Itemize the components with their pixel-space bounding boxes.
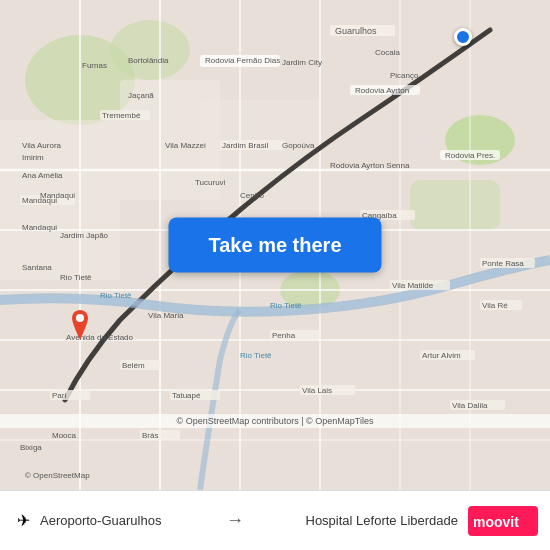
svg-text:Gopoúva: Gopoúva <box>282 141 315 150</box>
svg-text:Artur Alvim: Artur Alvim <box>422 351 461 360</box>
destination-station-name: Hospital Leforte Liberdade <box>306 513 459 528</box>
svg-text:Rodovia Ayrton: Rodovia Ayrton <box>355 86 409 95</box>
svg-text:Tremembé: Tremembé <box>102 111 141 120</box>
svg-text:Rodovia Fernão Dias: Rodovia Fernão Dias <box>205 56 280 65</box>
svg-text:Rio Tietê: Rio Tietê <box>270 301 302 310</box>
svg-rect-4 <box>410 180 500 230</box>
origin-marker <box>68 310 92 340</box>
svg-text:Bixiga: Bixiga <box>20 443 42 452</box>
svg-text:Vila Lais: Vila Lais <box>302 386 332 395</box>
svg-text:Tatuapé: Tatuapé <box>172 391 201 400</box>
svg-text:Vila Mazzei: Vila Mazzei <box>165 141 206 150</box>
svg-text:Rio Tietê: Rio Tietê <box>240 351 272 360</box>
svg-text:Vila Matilde: Vila Matilde <box>392 281 434 290</box>
map-container: Guarulhos Mandaqui Tremembé Jardim Brasi… <box>0 0 550 490</box>
svg-point-2 <box>110 20 190 80</box>
origin-station: ✈ Aeroporto-Guarulhos <box>12 510 218 532</box>
plane-icon: ✈ <box>12 510 34 532</box>
origin-station-name: Aeroporto-Guarulhos <box>40 513 161 528</box>
svg-text:Rodovia Pres.: Rodovia Pres. <box>445 151 495 160</box>
svg-text:Brás: Brás <box>142 431 158 440</box>
svg-text:© OpenStreetMap: © OpenStreetMap <box>25 471 90 480</box>
svg-text:Imirim: Imirim <box>22 153 44 162</box>
svg-text:Vila Dalila: Vila Dalila <box>452 401 488 410</box>
svg-text:Mooca: Mooca <box>52 431 77 440</box>
svg-text:Rio Tietê: Rio Tietê <box>100 291 132 300</box>
svg-text:Mandaqui: Mandaqui <box>40 191 75 200</box>
svg-text:Centro: Centro <box>240 191 265 200</box>
map-attribution: © OpenStreetMap contributors | © OpenMap… <box>0 414 550 428</box>
svg-text:Pari: Pari <box>52 391 66 400</box>
destination-marker <box>454 28 472 46</box>
svg-text:Rio Tietê: Rio Tietê <box>60 273 92 282</box>
svg-text:Jaçanã: Jaçanã <box>128 91 154 100</box>
moovit-logo: moovit <box>468 506 538 536</box>
svg-text:Mandaqui: Mandaqui <box>22 223 57 232</box>
svg-text:Bortolândia: Bortolândia <box>128 56 169 65</box>
svg-text:Cocala: Cocala <box>375 48 400 57</box>
attribution-text: © OpenStreetMap contributors | © OpenMap… <box>177 416 374 426</box>
svg-text:Jardim Japão: Jardim Japão <box>60 231 109 240</box>
svg-point-86 <box>76 314 84 322</box>
svg-text:Jardim City: Jardim City <box>282 58 322 67</box>
svg-text:Santana: Santana <box>22 263 52 272</box>
svg-text:Rodovia Ayrton Senna: Rodovia Ayrton Senna <box>330 161 410 170</box>
svg-text:Guarulhos: Guarulhos <box>335 26 377 36</box>
svg-text:Jardim Brasil: Jardim Brasil <box>222 141 268 150</box>
svg-text:Vila Aurora: Vila Aurora <box>22 141 62 150</box>
take-me-there-button[interactable]: Take me there <box>168 218 381 273</box>
svg-text:Tucuruvi: Tucuruvi <box>195 178 226 187</box>
svg-text:moovit: moovit <box>473 514 519 530</box>
route-arrow-icon: → <box>226 510 244 531</box>
destination-station: Hospital Leforte Liberdade <box>252 513 458 528</box>
svg-text:Penha: Penha <box>272 331 296 340</box>
svg-text:Belém: Belém <box>122 361 145 370</box>
svg-text:Ponte Rasa: Ponte Rasa <box>482 259 524 268</box>
svg-text:Picanço: Picanço <box>390 71 419 80</box>
bottom-bar: ✈ Aeroporto-Guarulhos → Hospital Leforte… <box>0 490 550 550</box>
svg-text:Furnas: Furnas <box>82 61 107 70</box>
svg-text:Vila Ré: Vila Ré <box>482 301 508 310</box>
svg-text:Ana Amélia: Ana Amélia <box>22 171 63 180</box>
svg-text:Vila Maria: Vila Maria <box>148 311 184 320</box>
